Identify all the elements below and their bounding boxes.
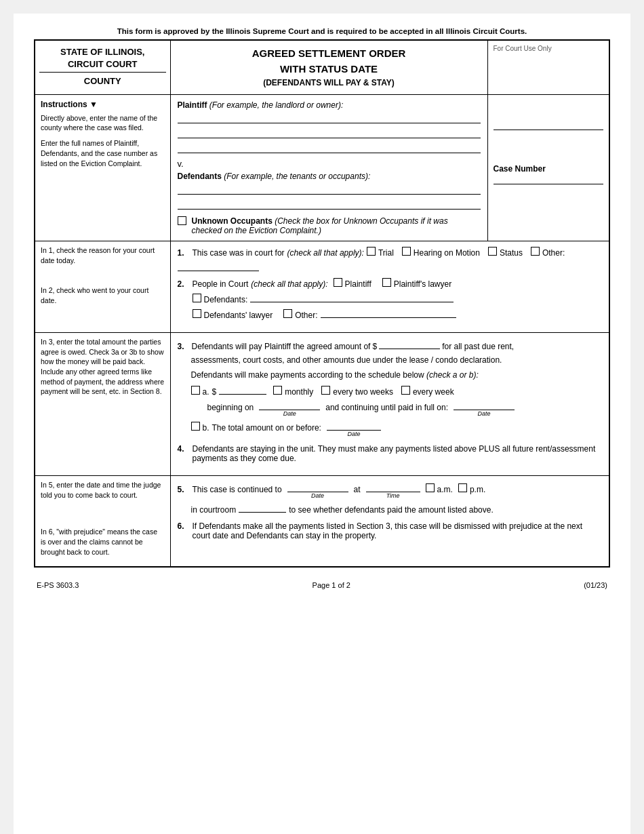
defendants-input-line2[interactable] [178, 199, 481, 210]
plaintiff-input-line2[interactable] [178, 127, 481, 138]
instructions-header: Instructions ▼ [41, 99, 165, 111]
inst2: Enter the full names of Plaintiff, Defen… [41, 138, 165, 168]
defendants-name-input[interactable] [250, 292, 454, 302]
dollar-a: $ [212, 387, 217, 397]
plaintiff-input-line1[interactable] [178, 113, 481, 123]
total-amount-date-input[interactable] [327, 420, 381, 431]
date-label-a: Date [283, 410, 296, 417]
beginning-on-label: beginning on [207, 403, 254, 412]
court-use-line1[interactable] [494, 119, 604, 130]
other2-label: Other: [295, 311, 317, 320]
section2-text2: (check all that apply): [251, 279, 327, 289]
date-label-c: Date [347, 431, 360, 437]
other1-checkbox[interactable] [531, 247, 540, 256]
for-court-use-label: For Court Use Only [494, 45, 552, 52]
plaintiff-lawyer-checkbox[interactable] [382, 278, 391, 287]
header-right: For Court Use Only [487, 40, 609, 95]
beginning-date-input[interactable] [259, 399, 320, 410]
inst3: In 1, check the reason for your court da… [41, 245, 165, 265]
option-b-checkbox[interactable] [191, 422, 200, 431]
state-label: STATE OF ILLINOIS, [60, 47, 144, 57]
total-amount-date: Date [327, 420, 381, 437]
section6-num: 6. [178, 521, 190, 531]
every-two-weeks-checkbox[interactable] [321, 386, 330, 395]
section5-text2: to see whether defendants paid the amoun… [289, 505, 494, 515]
section5-date-label: Date [311, 492, 324, 499]
plaintiff-checkbox[interactable] [334, 278, 342, 287]
trial-label: Trial [378, 248, 394, 258]
circuit-court-label: CIRCUIT COURT [68, 59, 138, 69]
plaintiff-defendants-section: Plaintiff (For example, the landlord or … [170, 95, 487, 241]
unknown-occupants-label: Unknown Occupants [192, 216, 273, 226]
footer-left: E-PS 3603.3 [37, 581, 79, 589]
section2-num: 2. [178, 279, 190, 289]
section3-num: 3. [178, 342, 190, 351]
section1-block: 1. This case was in court for (check all… [178, 247, 603, 271]
section6-text: If Defendants make all the payments list… [193, 521, 603, 540]
paid-full-date-input[interactable] [454, 399, 515, 410]
unknown-occupants-checkbox[interactable] [178, 216, 186, 225]
other1-input[interactable] [178, 260, 259, 271]
section6-block: 6. If Defendants make all the payments l… [178, 521, 603, 540]
section3-block: 3. Defendants will pay Plaintiff the agr… [178, 338, 603, 437]
footer-right: (01/23) [584, 581, 607, 589]
inst5: In 3, enter the total amount the parties… [41, 337, 165, 397]
case-number-label: Case Number [494, 164, 604, 174]
defendants-label: Defendants [178, 172, 222, 181]
every-two-weeks-label: every two weeks [333, 387, 393, 397]
court-use-right: Case Number [487, 95, 609, 241]
section4-text: Defendants are staying in the unit. They… [193, 444, 603, 463]
footer: E-PS 3603.3 Page 1 of 2 (01/23) [34, 581, 610, 589]
monthly-label: monthly [285, 387, 313, 397]
plaintiff-example: (For example, the landlord or owner): [209, 100, 343, 110]
section5-date-input[interactable] [287, 481, 348, 492]
hearing-checkbox[interactable] [402, 247, 411, 256]
section5-block: 5. This case is continued to Date at Tim… [178, 481, 603, 515]
county-label: COUNTY [84, 76, 121, 86]
page: This form is approved by the Illinois Su… [14, 14, 630, 834]
form-title-line3: (DEFENDANTS WILL PAY & STAY) [175, 77, 483, 89]
versus-label: v. [178, 159, 481, 169]
plaintiff-input-line3[interactable] [178, 142, 481, 153]
monthly-checkbox[interactable] [273, 386, 282, 395]
status-checkbox[interactable] [488, 247, 497, 256]
section5-num: 5. [178, 485, 190, 494]
defendants-checkbox[interactable] [193, 294, 201, 302]
pm-checkbox[interactable] [458, 483, 467, 492]
case-number-input[interactable] [494, 174, 604, 184]
other2-input[interactable] [321, 307, 456, 318]
option-a-amount[interactable] [219, 384, 266, 395]
trial-checkbox[interactable] [367, 247, 376, 256]
hearing-label: Hearing on Motion [414, 248, 480, 258]
instructions-sec1-2: In 1, check the reason for your court da… [35, 241, 170, 333]
paid-full-date-field: Date [454, 399, 515, 417]
form-title-line2: WITH STATUS DATE [175, 62, 483, 77]
defendants-input-line1[interactable] [178, 184, 481, 195]
in-courtroom-label: in courtroom [191, 505, 237, 515]
section3-amount-input[interactable] [379, 338, 440, 349]
section4-num: 4. [178, 444, 190, 454]
section3-text3: assessments, court costs, and other amou… [191, 355, 502, 365]
total-amount-label: The total amount on or before: [212, 423, 321, 433]
form-title-line1: AGREED SETTLEMENT ORDER [175, 46, 483, 62]
other2-checkbox[interactable] [283, 309, 292, 318]
am-checkbox[interactable] [426, 483, 435, 492]
section3-dollar: $ [372, 342, 377, 351]
option-a-checkbox[interactable] [191, 386, 200, 395]
section5-time-input[interactable] [366, 481, 420, 492]
section5-date-field: Date [287, 481, 348, 499]
instructions-cell: Instructions ▼ Directly above, enter the… [35, 95, 170, 241]
def-lawyer-label: Defendants' lawyer [204, 311, 273, 320]
instructions-sec5-6: In 5, enter the date and time the judge … [35, 476, 170, 568]
section3-text2: for all past due rent, [442, 342, 514, 351]
section2-text: People in Court [193, 279, 249, 289]
every-week-checkbox[interactable] [401, 386, 410, 395]
am-label: a.m. [437, 485, 453, 494]
other1-label: Other: [542, 248, 565, 258]
and-continuing-label: and continuing until paid in full on: [325, 403, 448, 412]
def-lawyer-checkbox[interactable] [193, 309, 201, 318]
section5-time-label: Time [386, 492, 400, 499]
section5-time-field: Time [366, 481, 420, 499]
section1-num: 1. [178, 248, 190, 258]
courtroom-input[interactable] [239, 502, 286, 513]
